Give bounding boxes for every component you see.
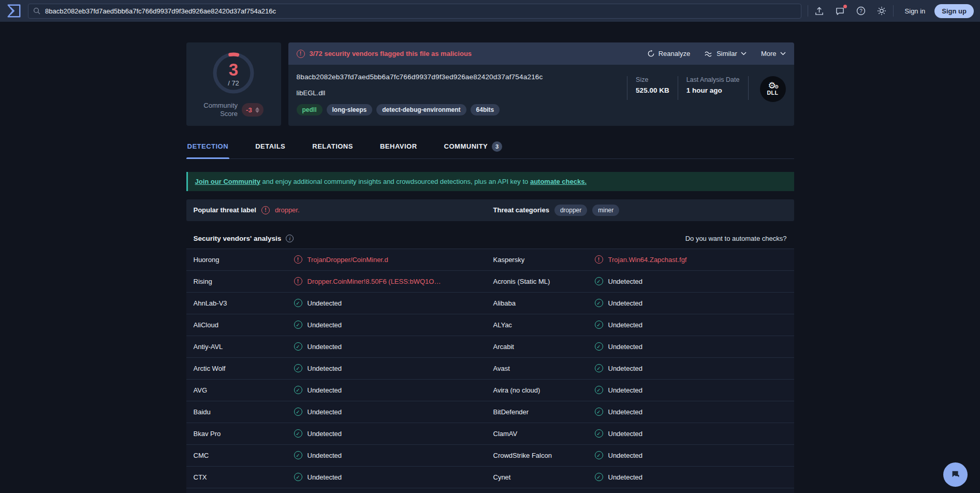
alert-icon: ! xyxy=(297,50,305,58)
info-icon[interactable]: i xyxy=(286,235,294,242)
vendor-result: ✓Undetected xyxy=(294,429,486,438)
check-icon: ✓ xyxy=(294,299,302,307)
vote-up-icon[interactable] xyxy=(255,107,259,110)
file-tag-64bits[interactable]: 64bits xyxy=(471,104,500,115)
divider xyxy=(748,76,749,100)
table-row: DeepInstinct✓UndetectedDrWeb✓Undetected xyxy=(186,488,794,493)
flag-banner: ! 3/72 security vendors flagged this fil… xyxy=(288,42,794,65)
vendor-result: ✓Undetected xyxy=(595,473,794,481)
check-icon: ✓ xyxy=(294,386,302,394)
vendor-name: Huorong xyxy=(186,256,294,264)
file-tag-detect-debug-environment[interactable]: detect-debug-environment xyxy=(376,104,466,115)
vendor-result: !TrojanDropper/CoinMiner.d xyxy=(294,255,486,264)
automate-checks-question-link[interactable]: Do you want to automate checks? xyxy=(685,235,787,242)
tab-badge: 3 xyxy=(492,141,502,152)
threat-category-dropper[interactable]: dropper xyxy=(554,205,587,216)
detection-gauge: 3 / 72 xyxy=(212,52,255,94)
tab-relations[interactable]: RELATIONS xyxy=(311,134,354,158)
vendor-name: Kaspersky xyxy=(486,256,595,264)
vendor-name: Bkav Pro xyxy=(186,430,294,438)
vote-down-icon[interactable] xyxy=(255,110,259,113)
vendor-result-text: Undetected xyxy=(608,365,643,372)
check-icon: ✓ xyxy=(294,429,302,438)
sign-up-button[interactable]: Sign up xyxy=(934,4,974,18)
upload-icon[interactable] xyxy=(814,6,825,16)
detection-score-card: 3 / 72 Community Score -3 xyxy=(186,42,281,126)
notification-dot xyxy=(843,5,847,8)
vendor-result: ✓Undetected xyxy=(595,429,794,438)
help-icon[interactable]: ? xyxy=(856,6,866,16)
vendor-name: AhnLab-V3 xyxy=(186,299,294,307)
tab-community[interactable]: COMMUNITY3 xyxy=(443,134,504,158)
vendor-result-text: Undetected xyxy=(608,321,643,329)
banner-text: and enjoy additional community insights … xyxy=(260,178,530,185)
reanalyze-icon xyxy=(647,50,655,57)
vendor-name: CrowdStrike Falcon xyxy=(486,452,595,459)
vendor-result: ✓Undetected xyxy=(294,451,486,459)
tab-bar: DETECTIONDETAILSRELATIONSBEHAVIORCOMMUNI… xyxy=(186,134,794,159)
popular-threat-label-title: Popular threat label xyxy=(194,206,256,214)
vendor-result-text: Undetected xyxy=(308,473,342,481)
vendor-name: CMC xyxy=(186,452,294,459)
vendor-name: Avira (no cloud) xyxy=(486,386,595,394)
vendor-result: ✓Undetected xyxy=(294,386,486,394)
table-row: Antiy-AVL✓UndetectedArcabit✓Undetected xyxy=(186,336,794,358)
table-row: Baidu✓UndetectedBitDefender✓Undetected xyxy=(186,401,794,423)
chat-icon xyxy=(950,469,961,481)
vendor-name: Arcabit xyxy=(486,343,595,351)
chevron-down-icon xyxy=(741,52,747,55)
vendor-result-text: Undetected xyxy=(308,386,342,394)
search-input[interactable] xyxy=(28,4,801,19)
vendor-result: ✓Undetected xyxy=(294,473,486,481)
virustotal-logo-icon[interactable] xyxy=(6,3,22,19)
similar-icon xyxy=(705,51,713,57)
file-summary-card: ! 3/72 security vendors flagged this fil… xyxy=(288,42,794,126)
vendor-result-text: Undetected xyxy=(308,321,342,329)
vendor-result-text: Trojan.Win64.Zapchast.fgf xyxy=(608,256,687,264)
more-button[interactable]: More xyxy=(761,50,786,57)
similar-button[interactable]: Similar xyxy=(705,50,747,57)
vendor-result-text: TrojanDropper/CoinMiner.d xyxy=(308,256,388,264)
vendor-result: ✓Undetected xyxy=(595,364,794,372)
reanalyze-button[interactable]: Reanalyze xyxy=(647,50,690,57)
check-icon: ✓ xyxy=(595,321,603,329)
file-name: libEGL.dll xyxy=(297,89,627,97)
threat-category-miner[interactable]: miner xyxy=(592,205,619,216)
tab-behavior[interactable]: BEHAVIOR xyxy=(379,134,418,158)
table-row: Huorong!TrojanDropper/CoinMiner.dKaspers… xyxy=(186,249,794,271)
tab-label: DETECTION xyxy=(187,142,229,150)
file-hash[interactable]: 8bacb2082eb37fd7aed5bb6a7fc766d9937d9f3e… xyxy=(297,73,627,81)
vendor-name: CTX xyxy=(186,473,294,481)
table-row: Bkav Pro✓UndetectedClamAV✓Undetected xyxy=(186,423,794,445)
check-icon: ✓ xyxy=(595,429,603,438)
vendor-result-text: Undetected xyxy=(308,452,342,459)
table-row: Rising!Dropper.CoinMiner!8.50F6 (LESS:bW… xyxy=(186,271,794,293)
vendor-result-text: Undetected xyxy=(308,299,342,307)
vendor-result-text: Undetected xyxy=(308,408,342,416)
detections-count: 3 xyxy=(229,61,238,78)
table-row: AliCloud✓UndetectedALYac✓Undetected xyxy=(186,314,794,336)
tab-detection[interactable]: DETECTION xyxy=(186,134,230,158)
vendor-result-text: Undetected xyxy=(608,386,643,394)
vendor-result: !Trojan.Win64.Zapchast.fgf xyxy=(595,255,794,264)
alert-icon: ! xyxy=(294,277,302,285)
vendor-name: Rising xyxy=(186,278,294,285)
chat-fab-button[interactable] xyxy=(943,462,968,487)
feedback-icon[interactable] xyxy=(835,6,845,16)
file-tag-long-sleeps[interactable]: long-sleeps xyxy=(327,104,373,115)
file-tag-pedll[interactable]: pedll xyxy=(297,104,323,115)
vendor-result: ✓Undetected xyxy=(294,299,486,307)
theme-toggle-icon[interactable] xyxy=(876,6,887,16)
gears-icon: ⚙⚙ xyxy=(768,82,777,90)
tab-details[interactable]: DETAILS xyxy=(254,134,286,158)
popular-threat-label-value: dropper. xyxy=(275,206,300,214)
join-community-link[interactable]: Join our Community xyxy=(195,178,260,185)
vendor-result: ✓Undetected xyxy=(294,408,486,416)
vendor-result: ✓Undetected xyxy=(595,342,794,351)
flag-text: 3/72 security vendors flagged this file … xyxy=(310,50,472,57)
sign-in-link[interactable]: Sign in xyxy=(905,7,926,15)
divider xyxy=(893,5,894,17)
table-row: AhnLab-V3✓UndetectedAlibaba✓Undetected xyxy=(186,293,794,314)
divider xyxy=(627,76,627,100)
automate-checks-link[interactable]: automate checks. xyxy=(530,178,587,185)
